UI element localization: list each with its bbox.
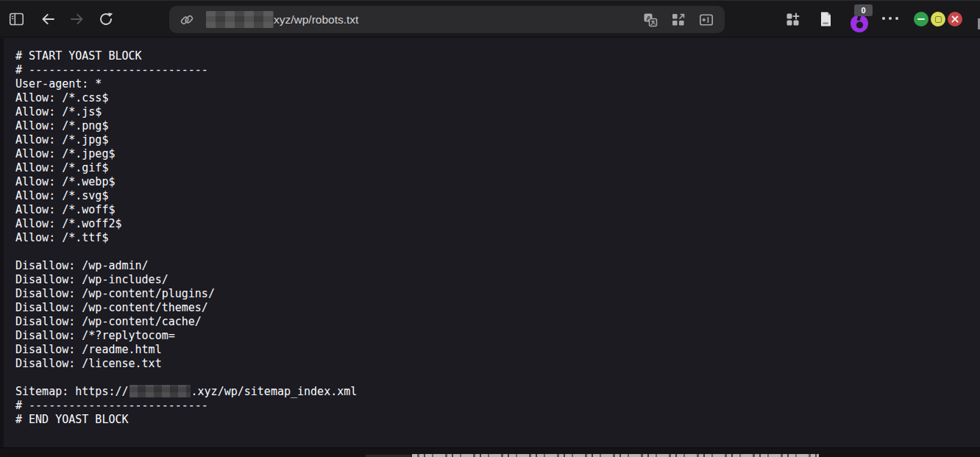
- purple-extension-button[interactable]: [848, 13, 870, 34]
- text-line: Allow: /*.webp$: [15, 175, 980, 189]
- text-line: [15, 245, 980, 259]
- text-line: # START YOAST BLOCK: [15, 49, 980, 63]
- reader-page-button[interactable]: [815, 9, 836, 29]
- split-view-icon[interactable]: [671, 13, 686, 27]
- extension-badge: 0: [854, 4, 873, 16]
- text-line: Sitemap: https://.xyz/wp/sitemap_index.x…: [15, 385, 980, 399]
- forward-arrow-icon: [69, 12, 85, 26]
- text-line: Disallow: /wp-admin/: [15, 259, 980, 273]
- back-arrow-icon: [40, 12, 56, 26]
- forward-button[interactable]: [67, 9, 88, 29]
- reload-button[interactable]: [96, 9, 116, 29]
- text-line: Allow: /*.woff2$: [15, 217, 980, 231]
- reload-icon: [98, 11, 114, 27]
- text-line: Disallow: /wp-content/themes/: [15, 301, 980, 315]
- extensions-button[interactable]: [782, 9, 803, 29]
- ellipsis-icon: [882, 17, 885, 20]
- minimize-icon: [917, 18, 925, 20]
- text-line: Allow: /*.jpeg$: [15, 147, 980, 161]
- window-left-edge: [0, 38, 4, 447]
- minimize-button[interactable]: [914, 12, 928, 26]
- text-line: Disallow: /license.txt: [15, 357, 980, 371]
- text-line: # ---------------------------: [15, 399, 980, 413]
- back-button[interactable]: [38, 9, 58, 29]
- sidebar-icon: [9, 12, 24, 26]
- text-line: Allow: /*.jpg$: [15, 133, 980, 147]
- sidebar-toggle-button[interactable]: [6, 9, 26, 29]
- purple-extension-icon: [848, 13, 870, 34]
- link-icon: [179, 12, 195, 28]
- text-line: User-agent: *: [15, 77, 980, 91]
- text-line: Disallow: /wp-content/cache/: [15, 315, 980, 329]
- text-line: Allow: /*.ttf$: [15, 231, 980, 245]
- text-line: Allow: /*.svg$: [15, 189, 980, 203]
- ellipsis-icon: [895, 17, 898, 20]
- maximize-button[interactable]: [931, 12, 945, 26]
- browser-toolbar: xyz/wp/robots.txt A: [0, 0, 980, 38]
- redacted-domain-blur: [129, 385, 191, 397]
- more-options-button[interactable]: [882, 17, 898, 20]
- text-line: Allow: /*.js$: [15, 105, 980, 119]
- extensions-icon: [785, 12, 800, 27]
- text-line: Allow: /*.png$: [15, 119, 980, 133]
- close-button[interactable]: [948, 12, 962, 26]
- text-line: Disallow: /*?replytocom=: [15, 329, 980, 343]
- text-line: # ---------------------------: [15, 63, 980, 77]
- redacted-domain-blur: [206, 11, 274, 28]
- text-line: # END YOAST BLOCK: [15, 413, 980, 427]
- document-icon: [817, 10, 834, 28]
- text-line: Allow: /*.gif$: [15, 161, 980, 175]
- text-line: Allow: /*.woff$: [15, 203, 980, 217]
- text-line: Disallow: /wp-includes/: [15, 273, 980, 287]
- text-line: Allow: /*.css$: [15, 91, 980, 105]
- maximize-icon: [935, 16, 942, 23]
- ellipsis-icon: [889, 17, 892, 20]
- address-bar[interactable]: xyz/wp/robots.txt A: [169, 6, 725, 33]
- taskbar-sliver[interactable]: [412, 454, 819, 457]
- url-text: xyz/wp/robots.txt: [274, 13, 642, 26]
- text-line: [15, 371, 980, 385]
- text-line: Disallow: /readme.html: [15, 343, 980, 357]
- text-line: Disallow: /wp-content/plugins/: [15, 287, 980, 301]
- robots-text: # START YOAST BLOCK# -------------------…: [0, 38, 980, 447]
- panel-adjust-icon[interactable]: [698, 13, 714, 27]
- translate-icon[interactable]: A: [642, 12, 658, 28]
- bottom-edge-band: [0, 447, 980, 457]
